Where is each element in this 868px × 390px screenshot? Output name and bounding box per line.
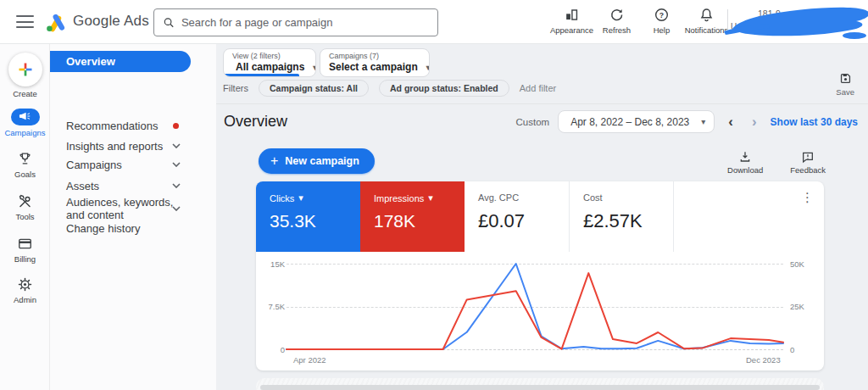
campaign-tab-label: Campaigns (7) [329, 52, 422, 60]
next-card [256, 378, 824, 390]
rail-item-billing[interactable]: Billing [0, 236, 50, 264]
left-axis-tick-15k: 15K [261, 259, 285, 269]
rail-item-tools[interactable]: Tools [0, 193, 50, 221]
nav-label-campaigns: Campaigns [66, 159, 122, 171]
nav-item-recommendations[interactable]: Recommendations [50, 117, 216, 134]
nav-label-overview: Overview [66, 55, 115, 68]
nav-label-recommendations: Recommendations [66, 120, 158, 132]
rail-item-create[interactable]: Create [0, 53, 50, 98]
nav-label-assets: Assets [66, 180, 99, 192]
add-filter-button[interactable]: Add filter [520, 83, 556, 93]
svg-text:?: ? [659, 11, 664, 20]
impressions-value: 178K [374, 211, 465, 231]
download-icon [738, 150, 752, 164]
divider [216, 103, 868, 104]
scorecard-avg-cpc[interactable]: Avg. CPC £0.07 [465, 181, 569, 252]
x-axis-tick-dec-2023: Dec 2023 [746, 355, 781, 365]
refresh-icon [609, 7, 625, 23]
plot-area [287, 264, 783, 349]
date-mode-label: Custom [516, 117, 550, 127]
filters-label: Filters [223, 83, 248, 93]
nav-item-insights[interactable]: Insights and reports [50, 137, 216, 154]
cost-value: £2.57K [583, 210, 673, 232]
megaphone-icon [19, 112, 32, 122]
search-input[interactable] [181, 16, 429, 29]
date-next-button[interactable]: › [747, 114, 762, 131]
icon-rail: Create Campaigns Goals Tools [0, 44, 50, 390]
refresh-button[interactable]: Refresh [594, 7, 639, 35]
nav-item-audiences[interactable]: Audiences, keywords, and content [50, 195, 216, 222]
filter-chip-campaign-status[interactable]: Campaign status: All [259, 80, 369, 97]
view-filter-tab[interactable]: View (2 filters) All campaigns ▾ [223, 48, 316, 77]
scorecard-impressions[interactable]: Impressions▾ 178K [360, 181, 465, 252]
save-button[interactable]: Save [836, 71, 854, 97]
rail-item-goals[interactable]: Goals [0, 151, 50, 179]
scorecard-strip: Clicks▾ 35.3K Impressions▾ 178K Avg. CPC… [256, 181, 824, 252]
refresh-label: Refresh [603, 25, 631, 35]
chevron-down-icon [172, 143, 181, 148]
rail-label-create: Create [13, 89, 37, 98]
dropdown-arrow-icon: ▾ [428, 192, 433, 203]
nav-item-campaigns[interactable]: Campaigns [50, 156, 216, 173]
avg-cpc-value: £0.07 [478, 210, 569, 232]
clicks-label: Clicks [270, 193, 294, 203]
left-axis-tick-0: 0 [261, 345, 285, 354]
rail-label-admin: Admin [14, 295, 36, 304]
rail-item-campaigns[interactable]: Campaigns [0, 109, 50, 137]
account-info[interactable]: 181-9 Us [731, 5, 863, 41]
rail-label-goals: Goals [14, 170, 36, 179]
campaign-select-tab[interactable]: Campaigns (7) Select a campaign ▾ [320, 48, 430, 77]
nav-item-overview[interactable]: Overview [50, 51, 191, 72]
show-last-30-days-link[interactable]: Show last 30 days [771, 116, 858, 128]
create-button[interactable] [8, 53, 42, 86]
help-icon: ? [654, 7, 670, 23]
page-title: Overview [224, 113, 287, 131]
dropdown-arrow-icon: ▾ [426, 63, 430, 72]
feedback-icon [801, 150, 815, 164]
admin-gear-icon [17, 276, 33, 292]
create-plus-icon [17, 61, 34, 78]
menu-icon[interactable] [16, 15, 34, 28]
more-options-icon[interactable]: ⋮ [801, 190, 814, 205]
scorecard-cost[interactable]: Cost £2.57K [569, 181, 673, 252]
rail-item-admin[interactable]: Admin [0, 276, 50, 304]
appearance-button[interactable]: Appearance [549, 7, 594, 35]
header-row: Overview Custom Apr 8, 2022 – Dec 8, 202… [216, 109, 868, 136]
save-icon [838, 71, 853, 86]
overview-card: Clicks▾ 35.3K Impressions▾ 178K Avg. CPC… [256, 181, 824, 370]
avg-cpc-label: Avg. CPC [478, 192, 519, 203]
redaction-scribble [719, 3, 868, 44]
secondary-nav: Overview Recommendations Insights and re… [50, 44, 216, 390]
billing-card-icon [17, 236, 33, 252]
plus-icon: + [270, 153, 278, 169]
dropdown-arrow-icon: ▾ [701, 117, 705, 126]
next-card-loading-strip [260, 385, 820, 390]
date-range-picker[interactable]: Apr 8, 2022 – Dec 8, 2023 ▾ [558, 110, 715, 133]
nav-item-change-history[interactable]: Change history [50, 220, 216, 237]
appearance-icon [564, 7, 580, 23]
nav-item-assets[interactable]: Assets [50, 177, 216, 194]
download-button[interactable]: Download [727, 150, 763, 175]
right-axis-tick-25k: 25K [790, 302, 804, 311]
filters-row: Filters Campaign status: All Ad group st… [223, 80, 556, 97]
scorecard-clicks[interactable]: Clicks▾ 35.3K [256, 181, 360, 252]
campaigns-active-pill[interactable] [11, 109, 40, 125]
search-icon [163, 16, 175, 29]
feedback-button[interactable]: Feedback [790, 150, 826, 175]
campaign-tab-value: Select a campaign [329, 61, 418, 73]
global-search[interactable] [153, 8, 438, 36]
date-range-value: Apr 8, 2022 – Dec 8, 2023 [570, 116, 689, 128]
rail-label-tools: Tools [15, 212, 34, 221]
right-axis-tick-0: 0 [790, 345, 794, 354]
view-tab-label: View (2 filters) [232, 52, 309, 60]
filter-chip-adgroup-status[interactable]: Ad group status: Enabled [379, 80, 509, 97]
rail-label-billing: Billing [14, 254, 36, 264]
chart-actions: Download Feedback [727, 150, 826, 175]
date-prev-button[interactable]: ‹ [723, 114, 738, 131]
right-axis-tick-50k: 50K [790, 259, 804, 269]
help-button[interactable]: ? Help [639, 7, 684, 35]
trophy-icon [17, 151, 33, 167]
chevron-down-icon [172, 206, 181, 211]
new-campaign-button[interactable]: + New campaign [259, 148, 375, 174]
timeseries-chart: 15K 7.5K 0 50K 25K 0 Apr 2022 Dec 2023 [256, 252, 824, 370]
